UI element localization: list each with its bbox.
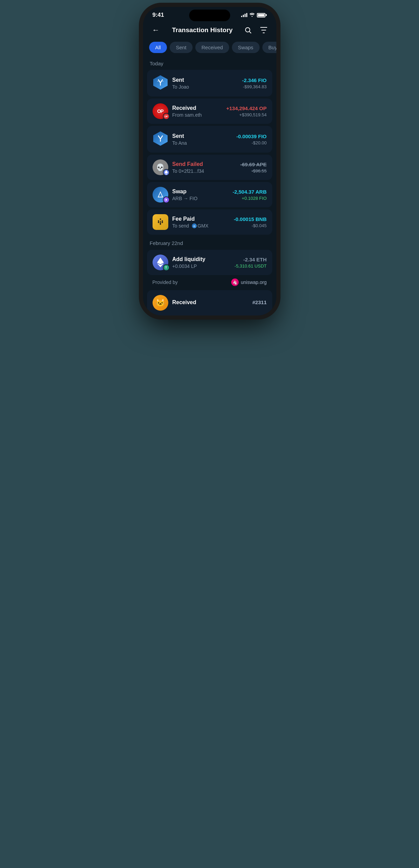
tx-subtitle: To 0×2f21...f34 [172,168,236,174]
tx-fee-bnb-gmx[interactable]: Fee Paid To send ▲ GMX -0.00015 BNB -$0.… [147,209,272,235]
tab-all[interactable]: All [149,42,167,53]
tx-subtitle: To send ▲ GMX [172,223,230,229]
provided-by-label: Provided by [153,280,178,285]
search-icon [244,26,252,34]
tx-secondary-amount: -$0.045 [234,223,267,228]
tx-received-sam[interactable]: OP OP Received From sam.eth +134,294.424… [147,99,272,124]
tx-icon-eth-lp: T [153,255,168,270]
usdt-sub-icon: T [163,264,170,271]
filter-button[interactable] [258,25,269,36]
tx-secondary-amount: +0.1028 FIO [233,196,267,201]
status-icons [241,12,267,18]
tx-details-received-sam: Received From sam.eth [172,105,222,118]
tx-title: Swap [172,189,229,195]
tx-sent-ana[interactable]: Sent To Ana -0.00039 FIO -$20.00 [147,126,272,153]
tx-secondary-amount: -$20.00 [236,140,266,145]
tx-primary-amount: -2,504.37 ARB [233,189,267,195]
provided-by-value: 🦄 uniswap.org [231,278,267,286]
tx-subtitle: To Ana [172,140,233,146]
battery-icon [257,13,267,17]
tx-secondary-amount: -5,310.61 USDT [235,263,267,269]
tx-amounts-sent-ana: -0.00039 FIO -$20.00 [236,133,266,145]
tx-title: Received [172,105,222,111]
tx-icon-swap [153,187,168,203]
tx-primary-amount: -2.34 ETH [235,257,267,262]
tx-details-sent-joao: Sent To Joao [172,77,238,90]
fee-subtitle-prefix: To send [172,223,189,229]
header: ← Transaction History [143,21,276,42]
eth-sub-icon [163,169,170,176]
tx-amounts-liquidity: -2.34 ETH -5,310.61 USDT [235,257,267,269]
uniswap-provider-text: uniswap.org [241,280,267,285]
tab-buy[interactable]: Buy [262,42,276,53]
tx-add-liquidity[interactable]: T Add liquidity +0.0034 LP -2.34 ETH -5,… [147,250,272,275]
phone-frame: 9:41 ← Transaction History [143,7,276,315]
tx-amounts-swap: -2,504.37 ARB +0.1028 FIO [233,189,267,201]
signal-icon [241,13,247,17]
tab-swaps[interactable]: Swaps [232,42,260,53]
status-time: 9:41 [153,12,164,18]
gmx-mini-icon: ▲ [192,223,197,228]
tx-amounts-fee: -0.00015 BNB -$0.045 [234,216,267,228]
transaction-list-today: Sent To Joao -2.346 FIO -$99,364.83 OP O… [143,70,276,235]
tx-swap-arb-fio[interactable]: Swap ARB → FIO -2,504.37 ARB +0.1028 FIO [147,182,272,207]
tx-primary-amount: -2.346 FIO [242,77,267,83]
filter-icon [260,27,267,33]
tx-details-swap: Swap ARB → FIO [172,189,229,201]
provided-by-section: Provided by 🦄 uniswap.org [147,275,272,290]
tx-badge: #2311 [252,299,267,305]
filter-tabs: All Sent Received Swaps Buy Se… [143,42,276,59]
back-arrow-icon: ← [152,26,160,35]
tx-secondary-amount: -$96.55 [240,168,267,173]
back-button[interactable]: ← [150,24,162,36]
notch [189,10,230,21]
tx-primary-amount: +134,294.424 OP [226,105,266,111]
tx-title: Add liquidity [172,256,231,262]
tx-amounts-received-partial: #2311 [252,299,267,306]
tx-details-sent-ana: Sent To Ana [172,133,233,146]
tx-amounts-received-sam: +134,294.424 OP +$390,519.54 [226,105,266,117]
tx-icon-bnb [153,214,168,230]
tx-received-partial[interactable]: 🐱 Received #2311 [147,290,272,315]
tx-subtitle: ARB → FIO [172,196,229,201]
tx-secondary-amount: +$390,519.54 [226,112,266,117]
tx-subtitle: From sam.eth [172,112,222,118]
tx-sent-joao[interactable]: Sent To Joao -2.346 FIO -$99,364.83 [147,70,272,96]
tx-amounts-sent-joao: -2.346 FIO -$99,364.83 [242,77,267,89]
svg-line-1 [250,31,251,33]
tx-details-received-partial: Received [172,299,248,307]
tx-icon-op: OP OP [153,103,168,119]
header-actions [243,25,269,36]
status-bar: 9:41 [143,7,276,21]
tx-title: Sent [172,77,238,83]
tx-amounts-failed: -69.69 APE -$96.55 [240,161,267,173]
tx-icon-ape: 💀 [153,159,168,175]
wifi-icon [249,12,255,18]
tx-secondary-amount: -$99,364.83 [242,84,267,89]
bnb-icon-shape [153,214,168,230]
page-title: Transaction History [172,26,233,34]
tx-title: Sent [172,133,233,139]
op-badge-text: OP [157,108,163,114]
gmx-token-label: GMX [198,223,209,229]
swap-sub-icon [163,196,170,203]
tx-subtitle: To Joao [172,84,238,90]
tx-subtitle: +0.0034 LP [172,263,231,269]
tx-primary-amount: -0.00015 BNB [234,216,267,222]
tx-icon-fio [153,75,168,92]
mystery-nft-icon: 🐱 [153,295,168,311]
tx-title-received: Received [172,299,248,306]
tx-title: Fee Paid [172,216,230,222]
tab-received[interactable]: Received [195,42,229,53]
section-feb-label: February 22nd [150,240,183,246]
op-sub-icon: OP [163,113,170,120]
search-button[interactable] [243,25,253,36]
uniswap-logo-icon: 🦄 [231,278,239,286]
tx-primary-amount: -69.69 APE [240,161,267,167]
transaction-list-feb: T Add liquidity +0.0034 LP -2.34 ETH -5,… [143,250,276,275]
tx-failed-ape[interactable]: 💀 Send Failed To 0×2f21...f34 -69.69 APE… [147,155,272,180]
tx-details-liquidity: Add liquidity +0.0034 LP [172,256,231,269]
tx-details-fee: Fee Paid To send ▲ GMX [172,216,230,229]
tx-title-failed: Send Failed [172,161,236,167]
tab-sent[interactable]: Sent [170,42,193,53]
